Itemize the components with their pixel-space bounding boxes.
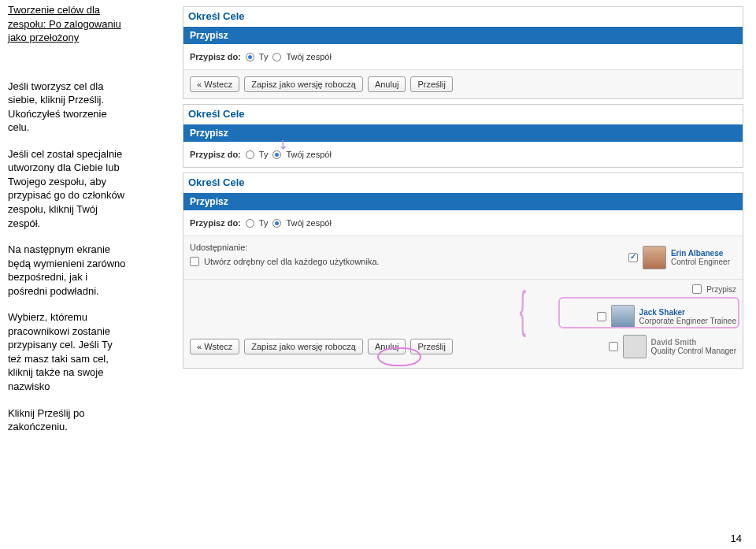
radio-ty-label-2: Ty	[259, 150, 269, 159]
panel-2-bluebar: Przypisz	[183, 124, 743, 142]
panel-2: Określ Cele Przypisz Przypisz do: Ty Twó…	[183, 104, 743, 168]
instructions-p6: Kliknij Prześlij po zakończeniu.	[8, 406, 165, 434]
page-number: 14	[731, 532, 742, 544]
radio-ty[interactable]	[246, 53, 254, 61]
panel-1-bluebar: Przypisz	[183, 27, 743, 44]
submit-button-3[interactable]: Prześlij	[410, 339, 452, 354]
user-erin-avatar	[643, 246, 666, 269]
share-option-line: Utwórz odrębny cel dla każdego użytkowni…	[190, 257, 380, 266]
radio-team-2[interactable]	[272, 150, 281, 159]
panel-2-heading: Określ Cele	[183, 105, 743, 124]
back-button[interactable]: « Wstecz	[190, 76, 239, 92]
assign-header: Przypisz	[183, 279, 743, 299]
panel-1-heading: Określ Cele	[183, 7, 743, 27]
assign-to-label-2: Przypisz do:	[190, 150, 241, 159]
back-button-3[interactable]: « Wstecz	[190, 339, 239, 354]
panel-3-buttons: « Wstecz Zapisz jako wersję roboczą Anul…	[190, 336, 453, 358]
cancel-button[interactable]: Anuluj	[368, 76, 406, 92]
panel-1: Określ Cele Przypisz Przypisz do: Ty Twó…	[183, 6, 743, 99]
user-david: David Smith Quality Control Manager	[609, 332, 736, 362]
radio-team-label-2: Twój zespół	[286, 150, 331, 159]
user-david-role: Quality Control Manager	[651, 347, 736, 355]
radio-ty-2[interactable]	[246, 150, 254, 159]
user-erin: Erin Albanese Control Engineer	[628, 243, 730, 273]
radio-ty-label: Ty	[259, 52, 269, 61]
radio-team-label-3: Twój zespół	[286, 218, 331, 228]
user-jack-checkbox[interactable]	[597, 312, 606, 321]
user-david-name: David Smith	[651, 338, 736, 347]
share-block: Udostępnianie: Utwórz odrębny cel dla ka…	[183, 236, 743, 279]
user-jack-role: Corporate Engineer Trainee	[639, 317, 736, 325]
submit-button[interactable]: Prześlij	[410, 76, 452, 92]
instructions-title: Tworzenie celów dla zespołu: Po zalogowa…	[8, 3, 165, 45]
panel-1-buttons: « Wstecz Zapisz jako wersję roboczą Anul…	[183, 69, 743, 98]
screenshot-column: Określ Cele Przypisz Przypisz do: Ty Twó…	[183, 6, 743, 373]
share-left: Udostępnianie: Utwórz odrębny cel dla ka…	[190, 243, 380, 266]
cancel-button-3[interactable]: Anuluj	[368, 339, 406, 354]
user-jack: Jack Shaker Corporate Engineer Trainee	[597, 302, 736, 332]
instructions-column: Tworzenie celów dla zespołu: Po zalogowa…	[8, 3, 165, 447]
save-draft-button-3[interactable]: Zapisz jako wersję roboczą	[244, 339, 363, 354]
user-list: Jack Shaker Corporate Engineer Trainee «…	[183, 299, 743, 368]
radio-team-3[interactable]	[272, 219, 281, 228]
share-option-label: Utwórz odrębny cel dla każdego użytkowni…	[204, 257, 380, 266]
panel-3: Określ Cele Przypisz Przypisz do: Ty Twó…	[183, 172, 743, 369]
user-jack-avatar	[611, 305, 635, 328]
user-david-checkbox[interactable]	[609, 342, 618, 351]
assign-to-label: Przypisz do:	[190, 52, 241, 61]
share-checkbox[interactable]	[190, 257, 199, 266]
user-jack-name: Jack Shaker	[639, 308, 736, 317]
share-label: Udostępnianie:	[190, 243, 380, 252]
radio-ty-3[interactable]	[246, 219, 254, 228]
assign-header-label: Przypisz	[706, 285, 736, 294]
user-erin-checkbox[interactable]	[628, 253, 638, 262]
save-draft-button[interactable]: Zapisz jako wersję roboczą	[244, 76, 363, 92]
panel-1-assign-row: Przypisz do: Ty Twój zespół	[183, 44, 743, 69]
user-david-avatar	[623, 335, 647, 358]
instructions-p5: Wybierz, któremu pracownikowi zostanie p…	[8, 310, 165, 393]
user-erin-name: Erin Albanese	[671, 249, 730, 258]
radio-team-label: Twój zespół	[286, 52, 331, 61]
panel-3-heading: Określ Cele	[183, 173, 743, 193]
user-erin-role: Control Engineer	[671, 258, 730, 266]
radio-team[interactable]	[272, 53, 281, 61]
assign-all-checkbox[interactable]	[692, 284, 702, 294]
panel-2-assign-row: Przypisz do: Ty Twój zespół	[183, 142, 743, 167]
instructions-p4: Na następnym ekranie będą wymienieni zar…	[8, 243, 165, 298]
panel-3-bluebar: Przypisz	[183, 193, 743, 210]
radio-ty-label-3: Ty	[259, 218, 269, 228]
instructions-p2: Jeśli tworzysz cel dla siebie, kliknij P…	[8, 80, 165, 135]
instructions-p3: Jeśli cel został specjalnie utworzony dl…	[8, 147, 165, 230]
assign-to-label-3: Przypisz do:	[190, 218, 241, 228]
panel-3-assign-row: Przypisz do: Ty Twój zespół	[183, 210, 743, 236]
